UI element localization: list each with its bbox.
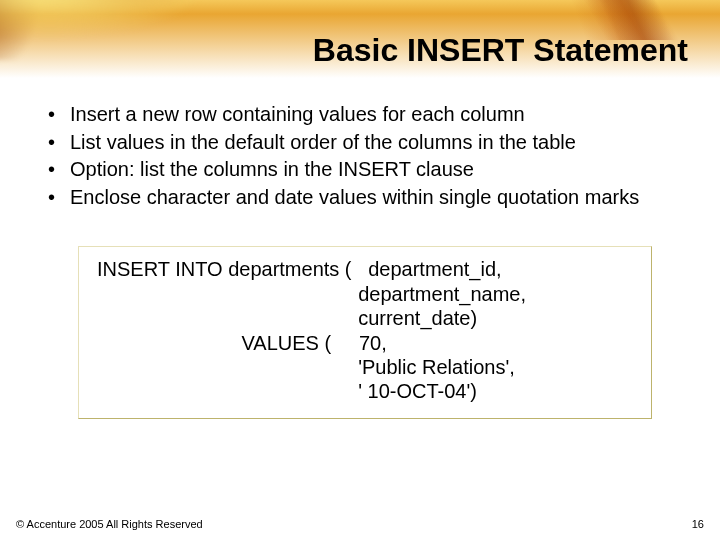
- list-item: Enclose character and date values within…: [44, 185, 680, 211]
- copyright-footer: © Accenture 2005 All Rights Reserved: [16, 518, 203, 530]
- bullet-list: Insert a new row containing values for e…: [40, 102, 680, 210]
- list-item: Option: list the columns in the INSERT c…: [44, 157, 680, 183]
- list-item: List values in the default order of the …: [44, 130, 680, 156]
- list-item: Insert a new row containing values for e…: [44, 102, 680, 128]
- slide-content: Insert a new row containing values for e…: [0, 78, 720, 419]
- sql-code-block: INSERT INTO departments ( department_id,…: [78, 246, 652, 418]
- slide-title: Basic INSERT Statement: [200, 32, 688, 69]
- sql-code-text: INSERT INTO departments ( department_id,…: [97, 257, 633, 403]
- page-number: 16: [692, 518, 704, 530]
